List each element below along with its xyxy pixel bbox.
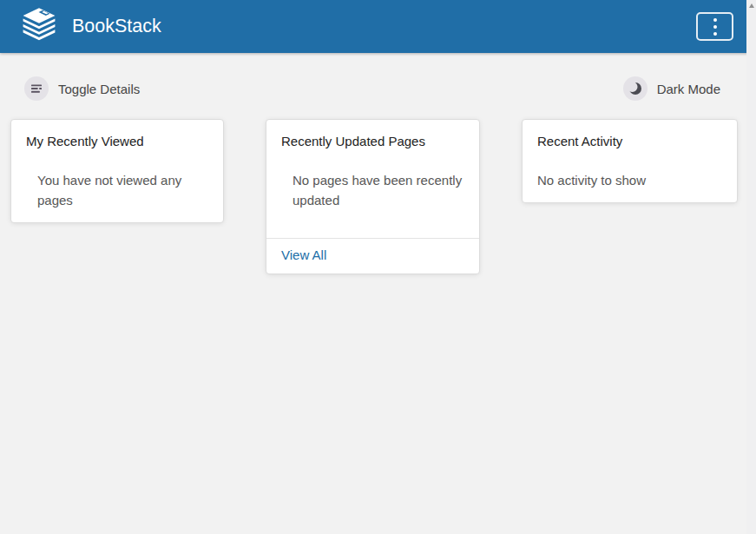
app-title: BookStack bbox=[72, 16, 161, 37]
scrollbar[interactable] bbox=[746, 0, 756, 534]
dark-mode-label: Dark Mode bbox=[657, 82, 720, 96]
recently-updated-card: Recently Updated Pages No pages have bee… bbox=[266, 119, 480, 274]
view-all-link[interactable]: View All bbox=[281, 247, 326, 262]
kebab-menu-icon bbox=[713, 18, 717, 22]
card-title: My Recently Viewed bbox=[11, 120, 223, 150]
toggle-details-button[interactable]: Toggle Details bbox=[24, 76, 140, 101]
dark-mode-toggle[interactable]: Dark Mode bbox=[623, 76, 720, 101]
recent-activity-card: Recent Activity No activity to show bbox=[522, 119, 738, 203]
card-title: Recently Updated Pages bbox=[266, 120, 479, 150]
book-stack-icon bbox=[19, 8, 59, 45]
app-header: BookStack bbox=[0, 0, 756, 53]
dashboard-toolbar: Toggle Details Dark Mode bbox=[0, 53, 756, 101]
header-menu-button[interactable] bbox=[696, 12, 733, 41]
empty-state-text: No pages have been recently updated bbox=[266, 170, 479, 238]
recently-viewed-card: My Recently Viewed You have not viewed a… bbox=[10, 119, 224, 223]
scrollbar-up-arrow[interactable] bbox=[749, 3, 754, 8]
card-title: Recent Activity bbox=[523, 120, 737, 150]
moon-icon bbox=[623, 76, 648, 101]
details-list-icon bbox=[24, 76, 49, 101]
empty-state-text: No activity to show bbox=[523, 170, 737, 202]
card-footer: View All bbox=[266, 238, 479, 274]
empty-state-text: You have not viewed any pages bbox=[11, 170, 223, 222]
toggle-details-label: Toggle Details bbox=[58, 82, 140, 96]
dashboard-cards: My Recently Viewed You have not viewed a… bbox=[0, 101, 756, 274]
app-logo-home-link[interactable]: BookStack bbox=[19, 8, 161, 45]
